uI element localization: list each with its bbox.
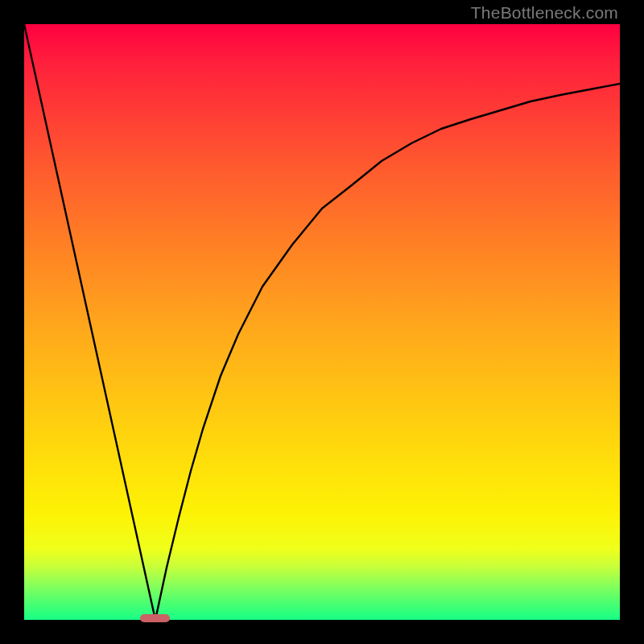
chart-frame: TheBottleneck.com [0,0,644,644]
plot-area [24,24,620,620]
curve-path [24,24,620,620]
watermark-text: TheBottleneck.com [471,3,618,23]
bottleneck-curve [24,24,620,620]
optimal-marker [140,614,170,622]
